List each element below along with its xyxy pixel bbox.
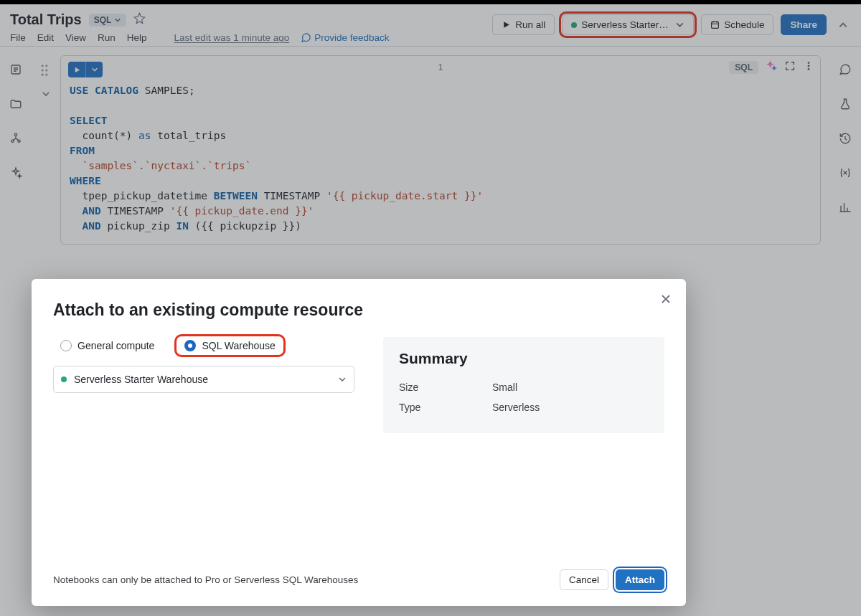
- status-dot-icon: [61, 376, 67, 382]
- close-icon[interactable]: [660, 293, 672, 308]
- cancel-button[interactable]: Cancel: [560, 569, 608, 590]
- summary-panel: Summary SizeSmall TypeServerless: [383, 337, 664, 433]
- dialog-footer-note: Notebooks can only be attached to Pro or…: [53, 574, 358, 585]
- attach-label: Attach: [625, 574, 655, 585]
- summary-size-key: Size: [399, 382, 492, 393]
- summary-type-val: Serverless: [492, 402, 540, 413]
- summary-size-val: Small: [492, 382, 517, 393]
- radio-off-icon: [60, 340, 72, 351]
- attach-compute-dialog: Attach to an existing compute resource G…: [32, 279, 686, 606]
- warehouse-select-label: Serverless Starter Warehouse: [74, 374, 208, 385]
- cancel-label: Cancel: [569, 574, 599, 585]
- radio-general-compute[interactable]: General compute: [53, 337, 161, 354]
- attach-button[interactable]: Attach: [616, 569, 664, 590]
- radio-on-icon: [184, 340, 196, 351]
- radio-sql-label: SQL Warehouse: [202, 340, 275, 351]
- summary-heading: Summary: [399, 350, 649, 367]
- chevron-down-icon: [338, 375, 347, 384]
- modal-overlay: Attach to an existing compute resource G…: [0, 4, 861, 616]
- radio-sql-warehouse[interactable]: SQL Warehouse: [177, 337, 282, 354]
- dialog-title: Attach to an existing compute resource: [53, 300, 664, 320]
- radio-general-label: General compute: [77, 340, 154, 351]
- warehouse-select[interactable]: Serverless Starter Warehouse: [53, 366, 354, 393]
- summary-type-key: Type: [399, 402, 492, 413]
